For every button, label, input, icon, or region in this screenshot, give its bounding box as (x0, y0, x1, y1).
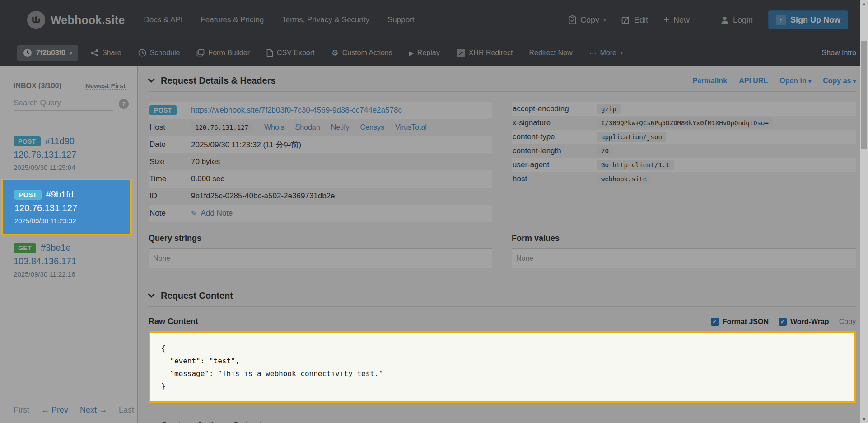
file-icon (266, 49, 273, 57)
add-note-link[interactable]: ✎ Add Note (191, 209, 233, 218)
replay-button[interactable]: ▶ Replay (401, 49, 448, 57)
detail-label: Date (149, 140, 191, 149)
request-timestamp: 2025/09/30 11:23:32 (14, 217, 126, 225)
nav-docs-api[interactable]: Docs & API (144, 15, 182, 24)
custom-actions-button[interactable]: ⚙ Custom Actions (323, 48, 401, 58)
whois-link[interactable]: Whois (264, 123, 284, 132)
format-json-checkbox[interactable]: ✓ Format JSON (711, 318, 769, 326)
brand[interactable]: Webhook.site (27, 11, 125, 29)
query-strings-title: Query strings (149, 234, 492, 243)
method-badge: POST (14, 136, 41, 146)
caret-down-icon: ▾ (853, 78, 856, 85)
copy-label: Copy (580, 15, 599, 25)
nav-support[interactable]: Support (387, 15, 415, 24)
form-builder-button[interactable]: Form Builder (188, 49, 258, 57)
request-list-item[interactable]: GET #3be1e 103.84.136.171 2025/09/30 11:… (0, 235, 137, 285)
detail-value: 70 bytes (191, 157, 220, 166)
more-dropdown[interactable]: ⋯ More ▾ (581, 49, 631, 57)
new-label: New (673, 15, 690, 25)
open-in-label: Open in (779, 77, 807, 85)
header-name: accept-encoding (513, 104, 597, 113)
chevron-down-icon (148, 420, 155, 423)
scrollbar-thumb[interactable] (861, 41, 867, 149)
raw-json-content: { "event": "test", "message": "This is a… (161, 342, 843, 393)
request-list-item-selected[interactable]: POST #9b1fd 120.76.131.127 2025/09/30 11… (1, 179, 132, 235)
request-id-link[interactable]: #9b1fd (46, 189, 74, 200)
scroll-down-icon[interactable]: ▼ (860, 417, 868, 422)
xhr-redirect-button[interactable]: ↗ XHR Redirect (448, 49, 521, 57)
replay-label: Replay (417, 49, 440, 57)
detail-label: Note (149, 209, 191, 218)
login-label: Login (733, 15, 753, 25)
api-url-link[interactable]: API URL (739, 77, 768, 85)
search-input[interactable] (14, 97, 113, 111)
censys-link[interactable]: Censys (360, 123, 384, 132)
request-ip: 120.76.131.127 (14, 150, 133, 160)
header-name: user-agent (513, 160, 597, 169)
pagination-next[interactable]: Next → (80, 405, 107, 415)
nav-features-pricing[interactable]: Features & Pricing (201, 15, 264, 24)
requests-sidebar: INBOX (3/100) Newest First ? POST #11d90… (0, 66, 138, 423)
brand-name: Webhook.site (51, 14, 125, 27)
sort-toggle[interactable]: Newest First (85, 82, 126, 90)
request-ip: 103.84.136.171 (14, 256, 133, 267)
scroll-up-icon[interactable]: ▲ (860, 1, 868, 6)
nav-terms-privacy[interactable]: Terms, Privacy & Security (282, 15, 369, 24)
pagination-prev[interactable]: ← Prev (41, 405, 68, 415)
method-badge: POST (149, 105, 177, 115)
request-id-link[interactable]: #11d90 (45, 136, 75, 146)
header-value: webhook.site (597, 174, 651, 184)
edit-label: Edit (634, 15, 648, 25)
copy-content-link[interactable]: Copy (839, 318, 856, 326)
login-button[interactable]: Login (721, 15, 753, 25)
word-wrap-checkbox[interactable]: ✓ Word-Wrap (779, 318, 829, 326)
section-custom-actions-output[interactable]: Custom Actions Output (149, 414, 856, 423)
clipboard-icon (569, 15, 576, 24)
copy-as-dropdown[interactable]: Copy as ▾ (823, 77, 856, 85)
show-intro-link[interactable]: Show Intro (822, 49, 856, 57)
virustotal-link[interactable]: VirusTotal (395, 123, 427, 132)
pagination-first[interactable]: First (14, 405, 29, 415)
custom-actions-label: Custom Actions (342, 49, 392, 57)
section-request-content[interactable]: Request Content (149, 284, 856, 307)
permalink-link[interactable]: Permalink (693, 77, 727, 85)
checkbox-checked-icon: ✓ (779, 318, 787, 326)
webhook-site-app: Webhook.site Docs & API Features & Prici… (0, 0, 868, 423)
nav-right: Copy ▾ Edit + New Login ↑ Sign Up Now (569, 10, 848, 29)
divider (149, 248, 492, 249)
form-values-empty: None (512, 249, 856, 268)
copy-dropdown[interactable]: Copy ▾ (569, 15, 606, 25)
section-divider (149, 413, 856, 413)
header-name: content-length (513, 146, 597, 155)
plus-icon: + (663, 14, 669, 26)
redirect-now-label: Redirect Now (529, 49, 572, 57)
new-button[interactable]: + New (663, 14, 690, 26)
signup-button[interactable]: ↑ Sign Up Now (768, 10, 848, 29)
schedule-button[interactable]: Schedule (130, 49, 188, 57)
pencil-icon: ✎ (191, 209, 197, 218)
caret-down-icon: ▾ (70, 50, 72, 56)
redirect-now-button[interactable]: Redirect Now (521, 49, 580, 57)
request-url-link[interactable]: https://webhook.site/7f2b03f0-7c30-4569-… (191, 106, 402, 115)
netify-link[interactable]: Netify (331, 123, 350, 132)
pagination-last[interactable]: Last (119, 405, 134, 415)
request-id-link[interactable]: #3be1e (41, 243, 71, 253)
caret-down-icon: ▾ (620, 50, 623, 56)
vertical-scrollbar[interactable]: ▲ ▼ (860, 0, 868, 423)
token-dropdown[interactable]: 7f2b03f0 ▾ (17, 45, 78, 61)
section-request-details[interactable]: Request Details & Headers Permalink API … (149, 69, 856, 92)
header-row: user-agent Go-http-client/1.1 (512, 158, 856, 172)
play-icon: ▶ (409, 50, 414, 56)
xhr-redirect-label: XHR Redirect (469, 49, 513, 57)
csv-export-button[interactable]: CSV Export (258, 49, 323, 57)
help-icon[interactable]: ? (119, 99, 129, 109)
edit-button[interactable]: Edit (621, 15, 648, 25)
method-badge: GET (14, 243, 36, 253)
shodan-link[interactable]: Shodan (295, 123, 320, 132)
section-title: Request Content (161, 291, 233, 301)
open-in-dropdown[interactable]: Open in ▾ (779, 77, 811, 85)
share-button[interactable]: Share (83, 49, 130, 57)
detail-row-size: Size 70 bytes (149, 153, 492, 170)
header-value: gzip (597, 104, 621, 114)
request-list-item[interactable]: POST #11d90 120.76.131.127 2025/09/30 11… (0, 129, 137, 179)
